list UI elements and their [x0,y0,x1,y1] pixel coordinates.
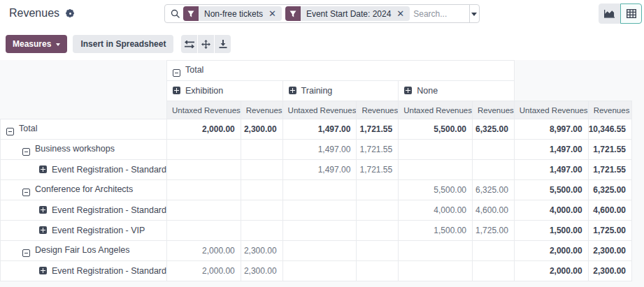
pivot-row: Event Registration - VIP1,500.001,725.00… [1,221,632,241]
pivot-row-header[interactable]: Event Registration - Standard [1,261,167,281]
pivot-row: Event Registration - Standard2,000.002,3… [1,261,632,281]
pivot-cell [399,160,473,180]
pivot-cell: 1,500.00 [399,221,473,241]
pivot-cell [282,200,357,221]
pivot-cell: 10,346.55 [588,119,631,140]
pivot-cell: 1,721.55 [357,119,399,140]
facet-remove-icon[interactable]: ✕ [396,9,410,18]
pivot-cell [166,160,241,180]
pivot-measure-header[interactable]: Untaxed Revenues [399,101,473,119]
pivot-row-header[interactable]: Event Registration - VIP [1,221,167,241]
facet-label: Non-free tickets [199,9,269,19]
pivot-cell [241,200,282,221]
pivot-cell [357,180,399,200]
pivot-row-header[interactable]: Conference for Architects [1,180,167,200]
pivot-cell [166,140,241,160]
pivot-cell: 1,497.00 [282,160,357,180]
pivot-col-group-header[interactable]: Exhibition [166,81,282,101]
search-input[interactable] [413,5,468,22]
pivot-measure-header[interactable]: Revenues [588,101,631,119]
expand-icon [39,267,47,274]
pivot-cell: 4,600.00 [588,200,631,221]
pivot-cell: 4,600.00 [473,200,515,221]
pivot-cell: 5,500.00 [399,119,473,140]
facet-label: Event Start Date: 2024 [301,9,396,19]
download-button[interactable] [215,35,231,53]
pivot-cell [241,140,282,160]
collapse-icon [6,128,14,135]
search-dropdown-toggle[interactable] [469,5,479,22]
pivot-cell: 1,725.00 [473,221,515,241]
pivot-content: TotalExhibitionTrainingNoneUntaxed Reven… [0,60,644,287]
pivot-row: Event Registration - Standard4,000.004,6… [1,200,632,221]
pivot-measure-header[interactable]: Untaxed Revenues [282,101,357,119]
expand-icon [39,206,47,214]
pivot-cell: 1,725.00 [588,221,631,241]
pivot-cell: 1,721.55 [357,140,399,160]
collapse-icon [173,69,180,77]
pivot-measure-header[interactable]: Revenues [473,101,515,119]
collapse-icon [22,148,30,156]
collapse-icon [22,249,30,257]
insert-in-spreadsheet-button[interactable]: Insert in Spreadsheet [73,35,173,53]
pivot-cell: 4,000.00 [514,200,588,221]
gear-icon[interactable] [65,8,75,18]
view-switcher [599,3,642,24]
pivot-col-group-header[interactable]: None [399,81,515,101]
insert-label: Insert in Spreadsheet [80,39,166,49]
pivot-cell [357,221,399,241]
pivot-header-row: Total [1,61,632,81]
filter-facet-event-start-date: Event Start Date: 2024 ✕ [285,6,410,21]
pivot-cell: 1,497.00 [282,119,357,140]
pivot-measure-header[interactable]: Revenues [357,101,399,119]
expand-all-button[interactable] [198,35,214,53]
pivot-col-root-header[interactable]: Total [166,61,514,81]
measures-label: Measures [13,39,51,49]
pivot-corner-cell [1,61,167,81]
pivot-cell [473,241,515,261]
pivot-measure-header[interactable]: Revenues [241,101,282,119]
pivot-cell: 1,721.55 [588,160,631,180]
pivot-row-header[interactable]: Event Registration - Standard [1,160,167,180]
expand-icon [173,87,180,94]
pivot-cell: 4,000.00 [399,200,473,221]
pivot-row-header[interactable]: Design Fair Los Angeles [1,241,167,261]
pivot-measure-header[interactable]: Untaxed Revenues [514,101,588,119]
pivot-col-group-header[interactable]: Training [282,81,399,101]
flip-axis-button[interactable] [181,35,197,53]
pivot-cell [282,241,357,261]
pivot-cell [357,200,399,221]
pivot-cell: 5,500.00 [514,180,588,200]
pivot-row-header[interactable]: Total [1,119,167,140]
pivot-cell: 2,000.00 [166,119,241,140]
pivot-cell [357,241,399,261]
pivot-header-row: Untaxed RevenuesRevenuesUntaxed Revenues… [1,101,632,119]
measures-button[interactable]: Measures [6,35,67,53]
pivot-cell [241,180,282,200]
expand-icon [289,87,296,94]
filter-icon [285,6,301,21]
pivot-cell [473,140,515,160]
pivot-view-button[interactable] [620,3,642,24]
pivot-corner-cell [1,81,167,101]
pivot-cell [282,261,357,281]
pivot-measure-header[interactable]: Untaxed Revenues [166,101,241,119]
pivot-row-header[interactable]: Event Registration - Standard [1,200,167,221]
download-icon [219,40,227,48]
search-bar[interactable]: Non-free tickets ✕ Event Start Date: 202… [164,4,480,23]
filter-facet-non-free-tickets: Non-free tickets ✕ [183,6,282,21]
pivot-table: TotalExhibitionTrainingNoneUntaxed Reven… [0,60,632,281]
pivot-row: Total2,000.002,300.001,497.001,721.555,5… [1,119,632,140]
pivot-view-screen: Revenues Non-free tickets ✕ E [0,0,644,287]
pivot-void-cell [514,61,631,81]
expand-all-icon [201,40,210,49]
graph-view-button[interactable] [599,3,620,24]
pivot-void-cell [514,81,631,101]
pivot-cell [241,221,282,241]
pivot-cell: 2,000.00 [166,241,241,261]
pivot-cell [282,221,357,241]
expand-icon [39,165,47,173]
pivot-row-header[interactable]: Business workshops [1,140,167,160]
facet-remove-icon[interactable]: ✕ [269,9,282,18]
expand-icon [404,87,412,94]
